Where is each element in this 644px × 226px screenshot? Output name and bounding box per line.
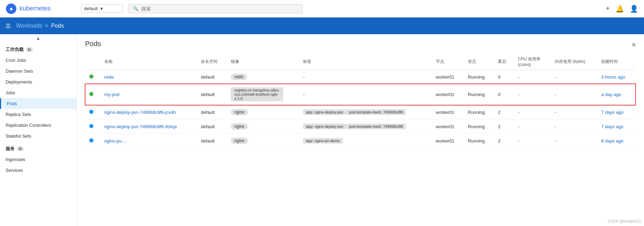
kubernetes-logo-icon: ⎈ bbox=[6, 3, 17, 14]
memory-cell: - bbox=[551, 119, 597, 134]
th-status bbox=[85, 53, 100, 70]
namespace-cell: default bbox=[197, 105, 227, 119]
filter-icon[interactable]: ≡ bbox=[632, 41, 636, 49]
created-link[interactable]: 7 days ago bbox=[601, 124, 623, 129]
table-row: nginx-pv-...defaultnginxapp: nginx-pv-de… bbox=[85, 134, 636, 148]
page-header: ≡ Pods bbox=[85, 40, 636, 48]
sidebar-item-replica-sets[interactable]: Replica Sets bbox=[0, 109, 76, 120]
sidebar-item-ingresses[interactable]: Ingresses bbox=[0, 154, 76, 165]
label-chip: app: nginx-deploy-pvc bbox=[303, 109, 346, 115]
created-link[interactable]: 3 hours ago bbox=[601, 74, 625, 80]
restarts-cell: 2 bbox=[494, 105, 514, 119]
pod-name-link[interactable]: redis bbox=[104, 74, 114, 80]
content-area: ≡ Pods 名称 命名空间 镜像 标签 节点 状态 重启 CPU 使用率(co… bbox=[77, 34, 644, 226]
namespace-cell: default bbox=[197, 84, 227, 105]
namespace-cell: default bbox=[197, 119, 227, 134]
created-cell: 7 days ago bbox=[597, 119, 636, 134]
sidebar-item-services[interactable]: Services bbox=[0, 165, 76, 176]
scroll-up-button[interactable]: ▲ bbox=[0, 34, 76, 42]
sidebar-item-daemon-sets[interactable]: Daemon Sets bbox=[0, 66, 76, 76]
sidebar-item-deployments[interactable]: Deployments bbox=[0, 76, 76, 87]
sidebar-item-replication-controllers[interactable]: Replication Controllers bbox=[0, 120, 76, 131]
cpu-cell: - bbox=[514, 84, 551, 105]
cpu-cell: - bbox=[514, 105, 551, 119]
pod-name-link[interactable]: nginx-deploy-pvc-749968c8f6-jcx4h bbox=[104, 110, 176, 115]
status-cell bbox=[85, 84, 100, 105]
image-chip: nginx bbox=[231, 123, 248, 130]
restarts-cell: 2 bbox=[494, 119, 514, 134]
svg-text:⎈: ⎈ bbox=[10, 6, 13, 12]
status-dot bbox=[89, 138, 93, 143]
sidebar-item-pods[interactable]: Pods bbox=[0, 98, 76, 109]
node-cell: worker01 bbox=[432, 134, 464, 148]
bell-icon[interactable]: 🔔 bbox=[615, 5, 624, 13]
th-memory: 内存使用 (bytes) bbox=[551, 53, 597, 70]
image-cell: nginx bbox=[227, 119, 299, 134]
th-restarts: 重启 bbox=[494, 53, 514, 70]
workloads-label: 工作负载 bbox=[6, 46, 24, 53]
pod-name-link[interactable]: my-pod bbox=[104, 92, 119, 97]
status-text-cell: Running bbox=[464, 105, 494, 119]
th-labels: 标签 bbox=[299, 53, 431, 70]
created-cell: 3 hours ago bbox=[597, 70, 636, 84]
namespace-selector[interactable]: default ▾ bbox=[81, 4, 123, 13]
label-chip: pod-template-hash: 749968c8f6 bbox=[346, 109, 406, 115]
label-chip: app: nginx-deploy-pvc bbox=[303, 124, 346, 129]
sidebar-item-jobs[interactable]: Jobs bbox=[0, 87, 76, 98]
memory-cell: - bbox=[551, 134, 597, 148]
workloads-section-header: 工作负载 N bbox=[0, 42, 76, 55]
image-cell: redis bbox=[227, 70, 299, 84]
sidebar-item-cron-jobs[interactable]: Cron Jobs bbox=[0, 55, 76, 66]
image-chip: registry.cn-hangzhou.aliyuncs.com/wtl-te… bbox=[231, 87, 283, 101]
memory-cell: - bbox=[551, 70, 597, 84]
cpu-cell: - bbox=[514, 70, 551, 84]
sidebar: ▲ 工作负载 N Cron Jobs Daemon Sets Deploymen… bbox=[0, 34, 77, 226]
sidebar-item-stateful-sets[interactable]: Stateful Sets bbox=[0, 131, 76, 141]
created-link[interactable]: 7 days ago bbox=[601, 110, 623, 115]
main-layout: ▲ 工作负载 N Cron Jobs Daemon Sets Deploymen… bbox=[0, 34, 644, 226]
node-cell: worker01 bbox=[432, 105, 464, 119]
status-cell bbox=[85, 134, 100, 148]
services-section-header: 服务 N bbox=[0, 141, 76, 154]
search-input[interactable] bbox=[141, 6, 298, 12]
label-chip: pod-template-hash: 749968c8f6 bbox=[346, 124, 406, 129]
image-cell: registry.cn-hangzhou.aliyuncs.com/wtl-te… bbox=[227, 84, 299, 105]
table-row: nginx-deploy-pvc-749968c8f6-jcx4hdefault… bbox=[85, 105, 636, 119]
chevron-down-icon: ▾ bbox=[100, 6, 103, 11]
pods-table: 名称 命名空间 镜像 标签 节点 状态 重启 CPU 使用率(cores) 内存… bbox=[85, 53, 636, 148]
table-row: redisdefaultredis-worker01Running0--3 ho… bbox=[85, 70, 636, 84]
user-icon[interactable]: 👤 bbox=[630, 5, 638, 13]
add-icon[interactable]: + bbox=[606, 5, 610, 13]
status-text-cell: Running bbox=[464, 84, 494, 105]
th-name: 名称 bbox=[100, 53, 197, 70]
pod-name-link[interactable]: nginx-deploy-pvc-749968c8f6-9zkqv bbox=[104, 124, 177, 129]
breadcrumb-parent[interactable]: Workloads bbox=[16, 23, 42, 29]
labels-cell: - bbox=[299, 70, 431, 84]
table-row: nginx-deploy-pvc-749968c8f6-9zkqvdefault… bbox=[85, 119, 636, 134]
created-cell: a day ago bbox=[597, 84, 636, 105]
th-image: 镜像 bbox=[227, 53, 299, 70]
page-title: Pods bbox=[85, 40, 636, 48]
menu-icon[interactable]: ☰ bbox=[6, 23, 10, 29]
created-link[interactable]: 8 days ago bbox=[601, 138, 623, 144]
image-chip: redis bbox=[231, 74, 247, 80]
labels-cell: app: nginx-pv-demo bbox=[299, 134, 431, 148]
created-cell: 8 days ago bbox=[597, 134, 636, 148]
th-status-col: 状态 bbox=[464, 53, 494, 70]
search-bar[interactable]: 🔍 bbox=[128, 4, 303, 13]
namespace-cell: default bbox=[197, 134, 227, 148]
status-cell bbox=[85, 119, 100, 134]
namespace-cell: default bbox=[197, 70, 227, 84]
top-navbar: ⎈ kubernetes default ▾ 🔍 + 🔔 👤 bbox=[0, 0, 644, 17]
status-dot bbox=[89, 110, 93, 114]
pod-name-cell: my-pod bbox=[100, 84, 197, 105]
th-node: 节点 bbox=[432, 53, 464, 70]
pod-name-link[interactable]: nginx-pv-... bbox=[104, 138, 127, 144]
th-namespace: 命名空间 bbox=[197, 53, 227, 70]
created-link[interactable]: a day ago bbox=[601, 92, 621, 97]
table-header-row: 名称 命名空间 镜像 标签 节点 状态 重启 CPU 使用率(cores) 内存… bbox=[85, 53, 636, 70]
workloads-badge: N bbox=[26, 47, 33, 52]
labels-cell: app: nginx-deploy-pvcpod-template-hash: … bbox=[299, 119, 431, 134]
status-dot bbox=[89, 74, 93, 79]
image-cell: nginx bbox=[227, 105, 299, 119]
